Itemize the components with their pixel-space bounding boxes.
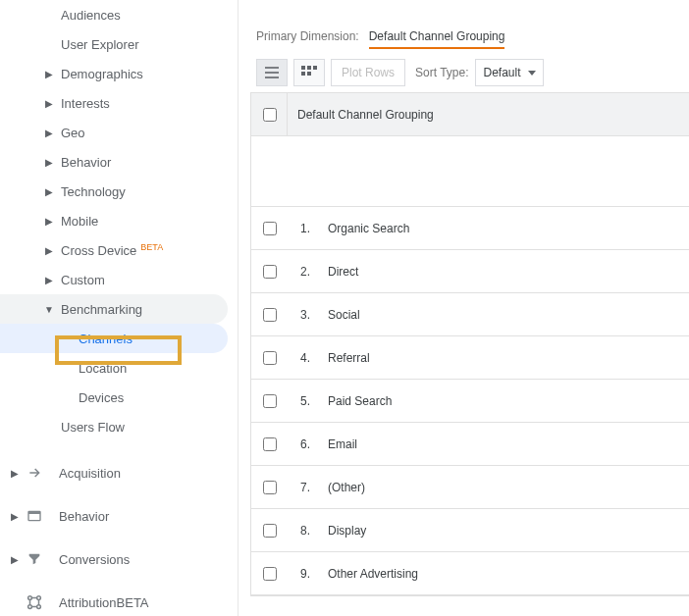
row-channel-name: Organic Search: [318, 222, 689, 235]
nav-label: Devices: [79, 390, 124, 405]
main-content: Primary Dimension: Default Channel Group…: [238, 0, 689, 616]
row-index: 6.: [287, 437, 318, 451]
nav-cross-device[interactable]: ▶ Cross Device BETA: [0, 235, 238, 265]
sort-type-value: Default: [484, 66, 521, 79]
view-grid-button[interactable]: [293, 59, 325, 86]
table-row[interactable]: 3. Social: [251, 293, 689, 336]
row-index: 1.: [287, 222, 318, 235]
table-row[interactable]: 6. Email: [251, 423, 689, 466]
nav-label: Interests: [61, 96, 110, 111]
row-checkbox[interactable]: [263, 222, 277, 235]
chevron-right-icon: ▶: [43, 216, 55, 227]
row-channel-name: Referral: [318, 351, 689, 365]
primary-dimension-value[interactable]: Default Channel Grouping: [369, 29, 505, 49]
row-checkbox[interactable]: [263, 351, 277, 365]
plot-rows-button[interactable]: Plot Rows: [331, 59, 405, 86]
nav-benchmarking-devices[interactable]: Devices: [0, 383, 238, 412]
primary-dimension-label: Primary Dimension:: [256, 29, 359, 43]
nav-benchmarking-channels[interactable]: Channels: [0, 324, 228, 353]
row-channel-name: Paid Search: [318, 394, 689, 408]
row-index: 9.: [287, 567, 318, 581]
nav-demographics[interactable]: ▶ Demographics: [0, 59, 238, 88]
select-all-cell: [251, 105, 287, 125]
section-conversions[interactable]: ▶ Conversions: [0, 538, 238, 581]
svg-rect-10: [307, 66, 311, 70]
nav-label: Cross Device: [61, 243, 136, 258]
beta-badge: BETA: [117, 595, 149, 610]
sidebar: Audiences User Explorer ▶ Demographics ▶…: [0, 0, 238, 616]
nav-technology[interactable]: ▶ Technology: [0, 177, 238, 206]
chevron-right-icon: ▶: [43, 245, 55, 256]
row-index: 2.: [287, 265, 318, 279]
table-row[interactable]: 2. Direct: [251, 250, 689, 293]
nav-label: Benchmarking: [61, 302, 142, 317]
nav-benchmarking[interactable]: ▼ Benchmarking: [0, 294, 228, 324]
nav-label: Custom: [61, 273, 105, 287]
svg-rect-1: [28, 511, 40, 514]
nav-benchmarking-location[interactable]: Location: [0, 353, 238, 383]
svg-rect-9: [301, 66, 305, 70]
table-row[interactable]: 5. Paid Search: [251, 380, 689, 423]
row-checkbox[interactable]: [263, 481, 277, 494]
table-row[interactable]: 7. (Other): [251, 466, 689, 509]
table-row[interactable]: 8. Display: [251, 509, 689, 552]
row-checkbox[interactable]: [263, 265, 277, 279]
nav-interests[interactable]: ▶ Interests: [0, 88, 238, 118]
nav-user-explorer[interactable]: User Explorer: [0, 29, 238, 59]
svg-rect-12: [301, 72, 305, 76]
chevron-right-icon: ▶: [43, 275, 55, 285]
nav-custom[interactable]: ▶ Custom: [0, 265, 238, 294]
nav-label: Behavior: [61, 155, 111, 170]
chevron-right-icon: ▶: [10, 511, 20, 522]
section-label: Acquisition: [59, 466, 121, 481]
table-subheader-space: [251, 136, 689, 207]
row-checkbox[interactable]: [263, 437, 277, 451]
column-header-channel[interactable]: Default Channel Grouping: [288, 108, 689, 122]
row-checkbox[interactable]: [263, 524, 277, 538]
row-checkbox[interactable]: [263, 394, 277, 408]
row-channel-name: Other Advertising: [318, 567, 689, 581]
chevron-right-icon: ▶: [10, 554, 20, 565]
row-index: 8.: [287, 524, 318, 538]
conversions-icon: [26, 550, 43, 568]
select-all-checkbox[interactable]: [263, 108, 277, 122]
nav-users-flow[interactable]: Users Flow: [0, 412, 238, 441]
data-table: Default Channel Grouping 1. Organic Sear…: [250, 92, 689, 596]
svg-point-2: [28, 596, 32, 600]
nav-label: Users Flow: [61, 420, 125, 435]
behavior-icon: [26, 507, 43, 525]
sort-type-select[interactable]: Default: [475, 59, 544, 86]
attribution-icon: [26, 593, 43, 611]
section-attribution[interactable]: Attribution BETA: [0, 581, 238, 616]
nav-label: Channels: [79, 332, 132, 346]
nav-mobile[interactable]: ▶ Mobile: [0, 206, 238, 235]
row-index: 3.: [287, 308, 318, 322]
chevron-right-icon: ▶: [43, 69, 55, 79]
table-row[interactable]: 4. Referral: [251, 336, 689, 380]
row-checkbox[interactable]: [263, 567, 277, 581]
chevron-right-icon: ▶: [43, 98, 55, 109]
row-checkbox[interactable]: [263, 308, 277, 322]
section-behavior[interactable]: ▶ Behavior: [0, 494, 238, 538]
section-label: Attribution: [59, 595, 117, 610]
toolbar: Plot Rows Sort Type: Default: [256, 59, 689, 86]
svg-rect-11: [313, 66, 317, 70]
nav-geo[interactable]: ▶ Geo: [0, 118, 238, 147]
row-channel-name: (Other): [318, 481, 689, 494]
beta-badge: BETA: [140, 242, 163, 252]
row-channel-name: Email: [318, 437, 689, 451]
table-row[interactable]: 1. Organic Search: [251, 207, 689, 250]
view-table-button[interactable]: [256, 59, 288, 86]
nav-label: Technology: [61, 184, 126, 199]
svg-point-4: [28, 605, 32, 609]
chevron-right-icon: ▶: [43, 128, 55, 138]
row-channel-name: Direct: [318, 265, 689, 279]
nav-label: User Explorer: [61, 37, 138, 52]
table-row[interactable]: 9. Other Advertising: [251, 552, 689, 595]
nav-label: Geo: [61, 126, 85, 140]
section-acquisition[interactable]: ▶ Acquisition: [0, 451, 238, 494]
nav-audiences[interactable]: Audiences: [0, 0, 238, 29]
sort-type-label: Sort Type:: [415, 66, 468, 79]
nav-behavior[interactable]: ▶ Behavior: [0, 147, 238, 177]
section-label: Conversions: [59, 552, 130, 567]
